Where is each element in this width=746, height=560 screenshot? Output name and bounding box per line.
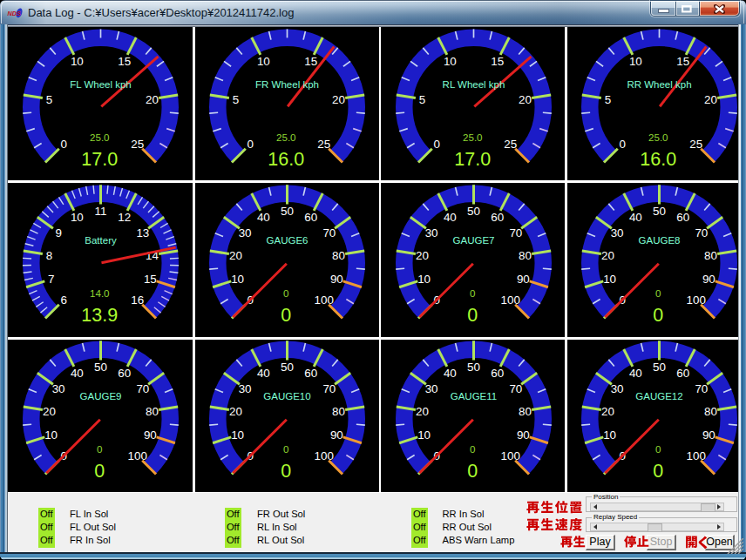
svg-text:5: 5 bbox=[605, 92, 611, 105]
svg-text:GAUGE11: GAUGE11 bbox=[450, 391, 496, 401]
svg-text:60: 60 bbox=[491, 210, 504, 223]
svg-text:25: 25 bbox=[317, 138, 330, 151]
svg-text:0: 0 bbox=[620, 138, 626, 151]
svg-text:100: 100 bbox=[314, 450, 333, 463]
svg-text:30: 30 bbox=[52, 382, 65, 395]
svg-text:60: 60 bbox=[118, 367, 131, 380]
svg-text:0: 0 bbox=[654, 304, 664, 325]
svg-text:20: 20 bbox=[415, 248, 428, 261]
svg-text:60: 60 bbox=[676, 367, 689, 380]
svg-text:50: 50 bbox=[653, 205, 666, 218]
svg-text:0: 0 bbox=[94, 461, 105, 482]
svg-text:FL Wheel kph: FL Wheel kph bbox=[70, 79, 132, 90]
svg-text:100: 100 bbox=[314, 293, 333, 307]
svg-text:15: 15 bbox=[676, 54, 689, 67]
svg-text:25: 25 bbox=[690, 138, 703, 151]
svg-text:20: 20 bbox=[601, 405, 614, 418]
svg-text:GAUGE8: GAUGE8 bbox=[639, 235, 681, 246]
svg-text:50: 50 bbox=[653, 361, 666, 374]
svg-text:NDS: NDS bbox=[8, 9, 21, 17]
svg-text:10: 10 bbox=[231, 429, 244, 442]
svg-text:20: 20 bbox=[146, 92, 159, 105]
svg-text:70: 70 bbox=[695, 226, 709, 239]
svg-text:40: 40 bbox=[257, 210, 270, 223]
svg-text:0: 0 bbox=[467, 461, 478, 482]
svg-text:40: 40 bbox=[629, 367, 642, 380]
svg-text:0: 0 bbox=[470, 287, 475, 299]
svg-text:15: 15 bbox=[118, 54, 131, 67]
svg-text:90: 90 bbox=[330, 273, 343, 286]
svg-text:80: 80 bbox=[146, 405, 159, 418]
svg-text:70: 70 bbox=[322, 226, 336, 239]
svg-text:6: 6 bbox=[60, 293, 66, 307]
svg-text:90: 90 bbox=[702, 429, 715, 442]
svg-text:90: 90 bbox=[516, 273, 529, 286]
svg-text:5: 5 bbox=[418, 92, 424, 105]
svg-text:0: 0 bbox=[281, 461, 291, 482]
svg-text:14.0: 14.0 bbox=[90, 287, 110, 299]
svg-text:10: 10 bbox=[603, 429, 616, 442]
svg-text:25.0: 25.0 bbox=[90, 132, 110, 143]
svg-text:17.0: 17.0 bbox=[81, 148, 118, 169]
svg-text:11: 11 bbox=[95, 205, 107, 218]
svg-text:7: 7 bbox=[48, 273, 54, 286]
svg-text:50: 50 bbox=[94, 361, 107, 374]
svg-text:10: 10 bbox=[231, 273, 244, 286]
svg-text:60: 60 bbox=[304, 367, 317, 380]
svg-text:25.0: 25.0 bbox=[648, 132, 668, 143]
svg-text:0: 0 bbox=[281, 304, 291, 325]
svg-text:40: 40 bbox=[443, 210, 456, 223]
svg-text:100: 100 bbox=[500, 293, 519, 307]
svg-text:70: 70 bbox=[509, 226, 522, 239]
svg-text:0: 0 bbox=[433, 138, 439, 151]
svg-text:20: 20 bbox=[229, 405, 242, 418]
svg-text:30: 30 bbox=[238, 382, 251, 395]
svg-text:40: 40 bbox=[257, 367, 270, 380]
svg-text:16: 16 bbox=[131, 293, 144, 307]
svg-text:90: 90 bbox=[516, 429, 529, 442]
svg-text:50: 50 bbox=[281, 361, 294, 374]
svg-text:15: 15 bbox=[491, 54, 504, 67]
svg-text:10: 10 bbox=[443, 54, 456, 67]
svg-text:100: 100 bbox=[128, 450, 147, 463]
svg-text:0: 0 bbox=[655, 444, 661, 455]
svg-text:15: 15 bbox=[144, 273, 157, 286]
svg-text:12: 12 bbox=[118, 210, 131, 223]
svg-text:20: 20 bbox=[601, 248, 614, 261]
svg-text:50: 50 bbox=[467, 205, 480, 218]
svg-text:30: 30 bbox=[238, 226, 251, 239]
svg-text:10: 10 bbox=[417, 429, 431, 442]
svg-text:20: 20 bbox=[519, 92, 532, 105]
svg-text:13.9: 13.9 bbox=[81, 304, 118, 325]
svg-text:10: 10 bbox=[257, 54, 270, 67]
svg-text:20: 20 bbox=[43, 405, 56, 418]
svg-text:40: 40 bbox=[71, 367, 84, 380]
svg-text:40: 40 bbox=[629, 210, 642, 223]
svg-text:GAUGE12: GAUGE12 bbox=[636, 391, 683, 401]
svg-text:25.0: 25.0 bbox=[463, 132, 483, 143]
svg-text:80: 80 bbox=[519, 248, 532, 261]
svg-text:0: 0 bbox=[283, 287, 288, 299]
svg-text:80: 80 bbox=[704, 248, 717, 261]
svg-text:10: 10 bbox=[71, 210, 84, 223]
svg-text:0: 0 bbox=[60, 138, 66, 151]
svg-text:0: 0 bbox=[247, 138, 253, 151]
svg-text:15: 15 bbox=[304, 54, 317, 67]
svg-text:60: 60 bbox=[676, 210, 689, 223]
svg-text:50: 50 bbox=[467, 361, 480, 374]
svg-text:0: 0 bbox=[283, 444, 288, 455]
svg-text:10: 10 bbox=[417, 273, 431, 286]
svg-text:25.0: 25.0 bbox=[276, 132, 296, 143]
svg-text:50: 50 bbox=[281, 205, 294, 218]
svg-text:20: 20 bbox=[415, 405, 428, 418]
svg-text:9: 9 bbox=[55, 226, 61, 239]
svg-text:GAUGE7: GAUGE7 bbox=[452, 235, 494, 246]
svg-text:30: 30 bbox=[424, 226, 437, 239]
svg-text:Battery: Battery bbox=[85, 235, 117, 246]
svg-text:17.0: 17.0 bbox=[454, 148, 491, 169]
svg-text:16.0: 16.0 bbox=[641, 148, 677, 169]
svg-text:100: 100 bbox=[500, 450, 519, 463]
svg-text:10: 10 bbox=[71, 54, 84, 67]
svg-text:70: 70 bbox=[322, 382, 336, 395]
svg-text:80: 80 bbox=[332, 405, 345, 418]
